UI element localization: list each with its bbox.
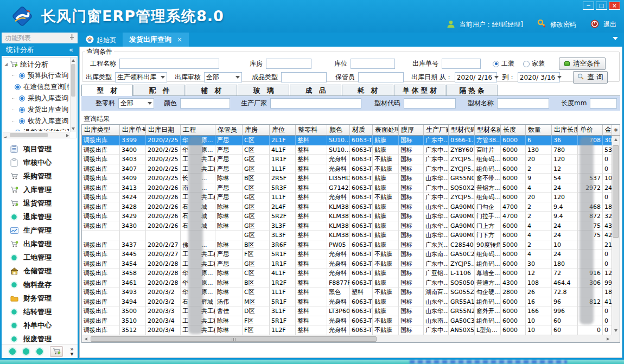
sidebar-item-5[interactable]: 退库管理 (2, 210, 78, 223)
tree-item-5[interactable]: 退货查询[待定] (4, 127, 69, 131)
vertical-scroll-thumb[interactable] (613, 145, 619, 238)
column-header-date[interactable]: 出库日期 (146, 125, 181, 136)
horizontal-scroll-thumb[interactable] (91, 336, 377, 342)
pin-icon[interactable] (69, 33, 74, 43)
warehouse-input[interactable] (266, 59, 311, 69)
sidebar-item-11[interactable]: 财务管理 (2, 291, 78, 305)
collapse-icon[interactable]: « (69, 43, 73, 56)
table-row[interactable]: 调拨出库34282020/2/26石城陈琳G区2L4F整料KLM38176063… (82, 202, 612, 212)
table-row[interactable]: 调拨出库34242020/2/26工共工程严思G区1L1F整料光身料6063-T… (82, 193, 612, 202)
sidebar-group-statistics[interactable]: 统计分析 « (2, 43, 78, 56)
grid-vertical-scrollbar[interactable] (612, 136, 620, 335)
nav-cart-button[interactable] (50, 346, 63, 357)
project-name-input[interactable] (119, 59, 219, 69)
maker-input[interactable] (270, 98, 361, 108)
tab-list-caret-icon[interactable] (613, 37, 618, 40)
clear-conditions-button[interactable]: 清空条件 (559, 58, 606, 70)
audit-select[interactable]: 全部 (204, 72, 242, 82)
search-button[interactable]: 查 询 (573, 71, 608, 84)
sidebar-item-2[interactable]: 采购管理 (2, 169, 78, 183)
column-header-film[interactable]: 膜厚 (399, 125, 424, 136)
tree-item-2[interactable]: 采购入库查询 (4, 93, 69, 104)
table-row[interactable]: G区3L3F整料KLM38176063-T5贴膜国标山东华...GA90M09.… (82, 231, 612, 240)
column-header-code[interactable]: 型材代码 (449, 125, 475, 136)
material-tab-1[interactable]: 配 件 (133, 85, 185, 95)
sidebar-item-13[interactable]: 补单中心 (2, 318, 78, 332)
column-header-type[interactable]: 出库类型 (82, 125, 120, 136)
date-from-select[interactable]: 2020/ 2/16 (455, 72, 497, 82)
column-header-proj[interactable]: 工程 (181, 125, 215, 136)
product-type-input[interactable] (281, 72, 327, 82)
column-header-price[interactable]: 单价 (578, 125, 603, 136)
tree-item-3[interactable]: 发货出库查询 (4, 104, 69, 116)
order-no-input[interactable] (442, 59, 481, 69)
tree-expander-icon[interactable]: ◢ (4, 62, 8, 67)
column-chooser-button[interactable]: ∗ (612, 125, 620, 136)
table-row[interactable]: 调拨出库34132020/2/26南...严思C区5R3F整料G71422606… (82, 183, 612, 193)
sidebar-item-4[interactable]: 退货管理 (2, 196, 78, 210)
profile-code-input[interactable] (404, 98, 456, 108)
length-input[interactable] (590, 98, 617, 108)
change-password-link[interactable]: 修改密码 (550, 20, 576, 29)
tab-outbound-query[interactable]: 发货出库查询 × (123, 33, 189, 47)
close-button[interactable]: × (609, 2, 620, 10)
table-row[interactable]: 调拨出库35122020/3/4工共工程陈琳F区1L2F整料光身料6063-T5… (82, 325, 612, 335)
table-row[interactable]: 调拨出库34372020/2/27佛...陈琳B区3R6F整料PW056063-… (82, 240, 612, 250)
profile-name-input[interactable] (497, 98, 549, 108)
table-row[interactable]: 调拨出库34582020/2/28华原...陈琳C区4L1F整料光身料6063-… (82, 269, 612, 278)
tree-root-statistics[interactable]: ◢ 统计分析 (4, 59, 69, 70)
table-row[interactable]: 调拨出库35002020/3/3工共工程曹佳D区3L1F整料LT3P606063… (82, 306, 612, 316)
material-tab-2[interactable]: 辅 材 (186, 85, 237, 95)
table-row[interactable]: 调拨出库34032020/2/25工共工程严思G区1R1F整料光身料6063-T… (82, 155, 612, 164)
location-input[interactable] (351, 59, 395, 69)
column-header-qty[interactable]: 数量 (526, 125, 552, 136)
table-row[interactable]: 调拨出库34612020/2/28华原...陈琳B区1R2F整料F8877FT6… (82, 278, 612, 288)
column-header-surf[interactable]: 表面处理 (373, 125, 399, 136)
table-row[interactable]: 调拨出库34072020/2/25工共工程严思G区1L1F整料光身料6063-T… (82, 164, 612, 174)
tree-item-4[interactable]: 收货入库查询 (4, 116, 69, 127)
column-header-outlen[interactable]: 出库长度 (552, 125, 578, 136)
column-header-loc[interactable]: 库位 (270, 125, 296, 136)
date-to-select[interactable]: 2020/ 3/16 (518, 72, 560, 82)
table-row[interactable]: 调拨出库33992020/2/25华原...严思C区2L1F整料SU10...6… (82, 136, 612, 145)
column-header-amount[interactable]: 金额 (603, 125, 612, 136)
grid-horizontal-scrollbar[interactable] (82, 335, 612, 342)
table-row[interactable]: 调拨出库34092020/2/25长...陈琳B区2R5F整料LI35HD606… (82, 174, 612, 183)
sidebar-item-10[interactable]: 物料盘存 (2, 278, 78, 291)
table-row[interactable]: 调拨出库34302020/2/26石城陈琳G区3L3F整料KLM38176063… (82, 221, 612, 231)
keeper-input[interactable] (358, 72, 404, 82)
overflow-chevron[interactable]: »▾ (70, 347, 74, 356)
tree-horizontal-scrollbar[interactable] (3, 132, 70, 138)
material-tab-4[interactable]: 成 品 (290, 85, 341, 95)
minimize-button[interactable]: ─ (583, 2, 594, 10)
maximize-button[interactable]: □ (596, 2, 607, 10)
column-header-len[interactable]: 长度 (501, 125, 526, 136)
scroll-down-button[interactable] (612, 327, 620, 335)
nav-dot-icon[interactable] (9, 348, 16, 355)
sidebar-item-3[interactable]: 入库管理 (2, 183, 78, 196)
column-header-wh[interactable]: 库房 (243, 125, 270, 136)
material-tab-5[interactable]: 耗 材 (342, 85, 393, 95)
table-row[interactable]: 调拨出库34942020/3/2石辉城汤伟M区5R1F整料光身料6063-T5贴… (82, 297, 612, 307)
sidebar-item-12[interactable]: 结转管理 (2, 305, 78, 318)
tree-item-1[interactable]: 在途信息查询[待 (4, 81, 69, 93)
material-tab-3[interactable]: 玻 璃 (238, 85, 289, 95)
column-header-maker[interactable]: 生产厂家 (424, 125, 449, 136)
column-header-whole[interactable]: 整零料 (296, 125, 327, 136)
column-header-no[interactable]: 出库单号 (120, 125, 146, 136)
column-header-keeper[interactable]: 保管员 (215, 125, 243, 136)
tab-home[interactable]: 起始页 (79, 34, 123, 47)
nav-dot-icon[interactable] (23, 348, 29, 355)
sidebar-item-1[interactable]: 审核中心 (2, 156, 78, 169)
column-header-color[interactable]: 颜色 (327, 125, 350, 136)
logout-button[interactable]: 退出 (603, 20, 616, 29)
table-row[interactable]: 调拨出库35102020/3/4工共工程陈琳F区5R1F整料光身料6063-T5… (82, 316, 612, 326)
scroll-left-button[interactable] (82, 334, 90, 343)
column-header-mat[interactable]: 材质 (350, 125, 373, 136)
material-tab-6[interactable]: 单 体 型 材 (394, 85, 445, 95)
sidebar-item-6[interactable]: 生产管理 (2, 223, 78, 237)
outbound-type-select[interactable]: 生产领料出库 (115, 72, 167, 82)
sidebar-item-9[interactable]: 仓储管理 (2, 264, 78, 278)
tab-close-icon[interactable]: × (177, 36, 182, 43)
radio-gongzhuang[interactable]: 工装 (493, 59, 514, 68)
